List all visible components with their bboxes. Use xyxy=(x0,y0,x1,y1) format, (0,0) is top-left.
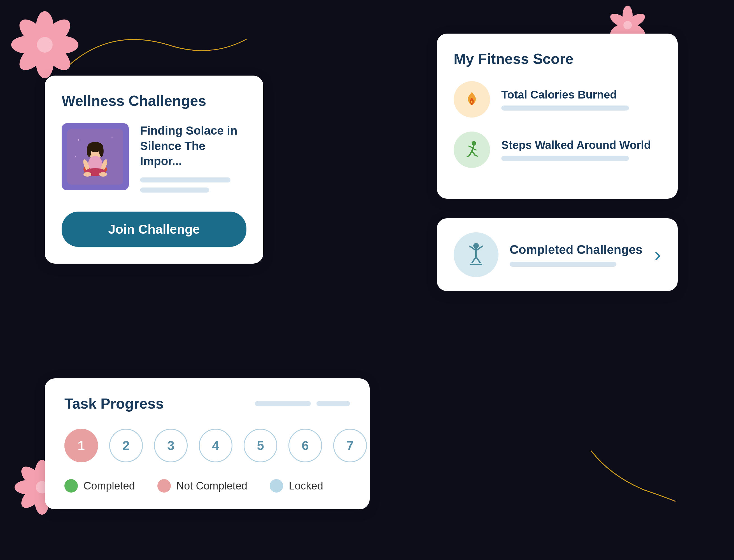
svg-point-19 xyxy=(625,11,647,29)
svg-point-28 xyxy=(75,156,76,157)
steps-item-right: Steps Walked Around World xyxy=(501,139,661,161)
completed-right: Completed Challenges xyxy=(510,243,643,267)
wellness-challenge-title: Finding Solace in Silence The Impor... xyxy=(140,123,246,169)
wellness-title: Wellness Challenges xyxy=(62,92,246,109)
task-bar-short xyxy=(316,401,350,406)
step-2[interactable]: 2 xyxy=(109,429,143,462)
svg-line-52 xyxy=(472,257,476,263)
svg-point-24 xyxy=(623,21,632,29)
steps-item: Steps Walked Around World xyxy=(454,132,661,168)
legend-completed: Completed xyxy=(64,479,135,493)
svg-point-16 xyxy=(17,463,47,493)
steps-bar xyxy=(501,156,629,161)
fitness-title: My Fitness Score xyxy=(454,50,661,67)
svg-point-32 xyxy=(87,146,91,157)
steps-icon-circle xyxy=(454,132,490,168)
step-4[interactable]: 4 xyxy=(199,429,232,462)
svg-point-18 xyxy=(623,6,633,25)
join-challenge-button[interactable]: Join Challenge xyxy=(62,212,246,247)
wellness-challenge-image xyxy=(62,123,129,190)
calories-bar xyxy=(501,106,629,111)
legend-label-not-completed: Not Completed xyxy=(176,480,247,492)
legend-dot-completed xyxy=(64,479,78,493)
task-steps: 1 2 3 4 5 6 7 xyxy=(64,429,350,462)
svg-line-46 xyxy=(467,156,469,157)
task-bar-long xyxy=(255,401,311,406)
step-1[interactable]: 1 xyxy=(64,429,98,462)
completed-bar xyxy=(510,262,616,267)
legend-label-locked: Locked xyxy=(289,480,323,492)
completed-icon-circle xyxy=(454,232,499,277)
completed-challenges-card: Completed Challenges › xyxy=(437,218,678,291)
completed-challenges-chevron[interactable]: › xyxy=(655,245,661,264)
task-header-bars xyxy=(255,401,350,406)
svg-line-42 xyxy=(469,146,473,148)
completed-card-inner: Completed Challenges › xyxy=(454,232,661,277)
calories-item: Total Calories Burned xyxy=(454,81,661,118)
wellness-text-area: Finding Solace in Silence The Impor... xyxy=(140,123,246,198)
steps-label: Steps Walked Around World xyxy=(501,139,661,151)
calories-label: Total Calories Burned xyxy=(501,88,661,101)
wellness-bar-1 xyxy=(140,177,230,182)
fitness-score-card: My Fitness Score Total Calories Burned xyxy=(437,34,678,199)
svg-point-14 xyxy=(17,482,47,512)
cards-area: Wellness Challenges xyxy=(45,34,678,509)
completed-label: Completed Challenges xyxy=(510,243,643,257)
task-progress-card: Task Progress 1 2 3 4 5 6 7 Completed No… xyxy=(45,378,370,509)
svg-line-47 xyxy=(475,155,477,156)
svg-point-15 xyxy=(15,480,43,495)
legend-locked: Locked xyxy=(270,479,323,493)
step-7[interactable]: 7 xyxy=(333,429,367,462)
svg-point-39 xyxy=(99,172,107,177)
svg-point-27 xyxy=(111,137,113,138)
svg-line-44 xyxy=(469,151,472,156)
wellness-content: Finding Solace in Silence The Impor... xyxy=(62,123,246,198)
svg-point-26 xyxy=(78,139,79,141)
legend: Completed Not Completed Locked xyxy=(64,479,350,493)
svg-line-45 xyxy=(472,151,475,155)
legend-dot-not-completed xyxy=(157,479,171,493)
calories-icon-circle xyxy=(454,81,490,118)
legend-label-completed: Completed xyxy=(83,480,135,492)
svg-point-38 xyxy=(83,172,91,177)
step-3[interactable]: 3 xyxy=(154,429,188,462)
svg-line-53 xyxy=(476,257,480,263)
task-header: Task Progress xyxy=(64,395,350,412)
task-title: Task Progress xyxy=(64,395,164,412)
step-6[interactable]: 6 xyxy=(288,429,322,462)
legend-not-completed: Not Completed xyxy=(157,479,247,493)
legend-dot-locked xyxy=(270,479,283,493)
calories-item-right: Total Calories Burned xyxy=(501,88,661,111)
wellness-bar-2 xyxy=(140,188,209,193)
svg-point-33 xyxy=(99,146,104,157)
wellness-challenges-card: Wellness Challenges xyxy=(45,76,263,264)
svg-point-6 xyxy=(11,36,45,54)
step-5[interactable]: 5 xyxy=(244,429,277,462)
svg-point-23 xyxy=(608,11,630,29)
